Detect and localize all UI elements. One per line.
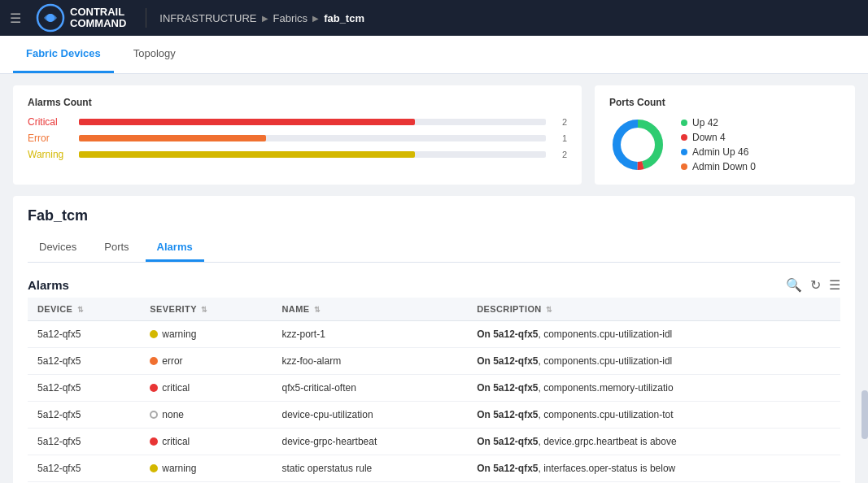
severity-dot-icon bbox=[150, 330, 158, 338]
summary-row: Alarms Count Critical 2 Error 1 Warning bbox=[13, 85, 855, 185]
cell-severity: none bbox=[140, 402, 272, 429]
alarm-warning-row: Warning 2 bbox=[28, 149, 567, 160]
breadcrumb-arrow-2: ▶ bbox=[312, 14, 319, 23]
severity-dot-icon bbox=[150, 411, 158, 419]
search-icon[interactable]: 🔍 bbox=[786, 277, 802, 293]
cell-name: kzz-port-1 bbox=[273, 321, 468, 348]
alarm-error-row: Error 1 bbox=[28, 133, 567, 144]
alarm-error-count: 1 bbox=[557, 133, 567, 143]
ports-donut-chart bbox=[609, 116, 666, 173]
cell-device: 5a12-qfx5 bbox=[28, 455, 140, 482]
tab-topology[interactable]: Topology bbox=[120, 36, 189, 73]
cell-description: On 5a12-qfx5, components.memory-utilizat… bbox=[467, 375, 840, 402]
ports-count-card: Ports Count bbox=[595, 85, 855, 185]
alarm-critical-label: Critical bbox=[28, 116, 72, 128]
alarm-error-bar bbox=[79, 135, 266, 141]
severity-dot-icon bbox=[150, 357, 158, 365]
legend-admin-down-label: Admin Down 0 bbox=[692, 161, 756, 172]
alarm-error-label: Error bbox=[28, 133, 72, 144]
severity-label: error bbox=[162, 355, 182, 367]
cell-severity: error bbox=[140, 348, 272, 375]
refresh-icon[interactable]: ↻ bbox=[810, 277, 821, 293]
table-body: 5a12-qfx5warningkzz-port-1On 5a12-qfx5, … bbox=[28, 321, 840, 482]
section-tab-alarms[interactable]: Alarms bbox=[146, 234, 204, 262]
main-content: Alarms Count Critical 2 Error 1 Warning bbox=[0, 74, 868, 483]
cell-severity: critical bbox=[140, 375, 272, 402]
alarm-critical-count: 2 bbox=[557, 117, 567, 127]
alarm-warning-count: 2 bbox=[557, 150, 567, 159]
ports-legend: Up 42 Down 4 Admin Up 46 Admin Down 0 bbox=[681, 117, 756, 172]
table-row: 5a12-qfx5warningkzz-port-1On 5a12-qfx5, … bbox=[28, 321, 840, 348]
legend-admin-up: Admin Up 46 bbox=[681, 146, 756, 158]
breadcrumb: INFRASTRUCTURE ▶ Fabrics ▶ fab_tcm bbox=[159, 12, 364, 24]
breadcrumb-fabrics[interactable]: Fabrics bbox=[273, 12, 308, 24]
col-description[interactable]: DESCRIPTION ⇅ bbox=[467, 298, 840, 321]
alarms-count-card: Alarms Count Critical 2 Error 1 Warning bbox=[13, 85, 582, 185]
table-row: 5a12-qfx5warningstatic operstatus ruleOn… bbox=[28, 455, 840, 482]
cell-device: 5a12-qfx5 bbox=[28, 321, 140, 348]
cell-severity: warning bbox=[140, 455, 272, 482]
cell-description: On 5a12-qfx5, device.grpc.heartbeat is a… bbox=[467, 429, 840, 455]
cell-device: 5a12-qfx5 bbox=[28, 402, 140, 429]
severity-dot-icon bbox=[150, 384, 158, 392]
legend-up-dot bbox=[681, 120, 687, 126]
alarms-section-title: Alarms bbox=[28, 278, 69, 292]
nav-divider bbox=[146, 8, 146, 28]
alarm-warning-bar-container bbox=[79, 151, 546, 158]
alarms-count-title: Alarms Count bbox=[28, 97, 567, 108]
cell-name: device-grpc-heartbeat bbox=[273, 429, 468, 455]
table-header: DEVICE ⇅ SEVERITY ⇅ NAME ⇅ DESCRIPTION ⇅ bbox=[28, 298, 840, 321]
logo-text-line2: COMMAND bbox=[70, 18, 126, 29]
alarm-warning-bar bbox=[79, 151, 415, 158]
fabric-title: Fab_tcm bbox=[28, 207, 840, 224]
cell-name: device-cpu-utilization bbox=[273, 402, 468, 429]
table-row: 5a12-qfx5errorkzz-foo-alarmOn 5a12-qfx5,… bbox=[28, 348, 840, 375]
cell-device: 5a12-qfx5 bbox=[28, 375, 140, 402]
settings-icon[interactable]: ☰ bbox=[829, 277, 840, 293]
fabric-section: Fab_tcm Devices Ports Alarms Alarms 🔍 ↻ … bbox=[13, 196, 855, 483]
scrollbar[interactable] bbox=[861, 390, 868, 439]
severity-label: critical bbox=[162, 382, 190, 394]
legend-admin-up-dot bbox=[681, 149, 687, 155]
cell-description: On 5a12-qfx5, components.cpu-utilization… bbox=[467, 321, 840, 348]
legend-admin-down-dot bbox=[681, 163, 687, 170]
section-tab-ports[interactable]: Ports bbox=[93, 234, 140, 262]
hamburger-icon[interactable]: ☰ bbox=[10, 11, 21, 26]
cell-name: static operstatus rule bbox=[273, 455, 468, 482]
col-device[interactable]: DEVICE ⇅ bbox=[28, 298, 140, 321]
legend-up: Up 42 bbox=[681, 117, 756, 128]
tab-fabric-devices[interactable]: Fabric Devices bbox=[13, 36, 114, 73]
breadcrumb-arrow-1: ▶ bbox=[262, 14, 268, 23]
alarm-critical-row: Critical 2 bbox=[28, 116, 567, 128]
alarms-section: Alarms 🔍 ↻ ☰ DEVICE ⇅ SEVERITY ⇅ NAME ⇅ … bbox=[28, 263, 840, 482]
alarm-warning-label: Warning bbox=[28, 149, 72, 160]
cell-device: 5a12-qfx5 bbox=[28, 429, 140, 455]
table-row: 5a12-qfx5nonedevice-cpu-utilizationOn 5a… bbox=[28, 402, 840, 429]
legend-admin-up-label: Admin Up 46 bbox=[692, 146, 748, 158]
alarms-table: DEVICE ⇅ SEVERITY ⇅ NAME ⇅ DESCRIPTION ⇅… bbox=[28, 298, 840, 482]
ports-count-title: Ports Count bbox=[609, 97, 840, 108]
alarms-actions: 🔍 ↻ ☰ bbox=[786, 277, 840, 293]
table-row: 5a12-qfx5criticalqfx5-critical-oftenOn 5… bbox=[28, 375, 840, 402]
cell-description: On 5a12-qfx5, components.cpu-utilization… bbox=[467, 348, 840, 375]
cell-severity: warning bbox=[140, 321, 272, 348]
contrail-logo-icon bbox=[36, 3, 65, 33]
col-severity[interactable]: SEVERITY ⇅ bbox=[140, 298, 272, 321]
section-tab-devices[interactable]: Devices bbox=[28, 234, 88, 262]
breadcrumb-infrastructure[interactable]: INFRASTRUCTURE bbox=[159, 12, 256, 24]
alarm-critical-bar bbox=[79, 119, 415, 125]
legend-up-label: Up 42 bbox=[692, 117, 718, 128]
ports-inner: Up 42 Down 4 Admin Up 46 Admin Down 0 bbox=[609, 116, 840, 173]
severity-label: critical bbox=[162, 436, 190, 447]
legend-down: Down 4 bbox=[681, 132, 756, 143]
legend-admin-down: Admin Down 0 bbox=[681, 161, 756, 172]
legend-down-label: Down 4 bbox=[692, 132, 726, 143]
severity-dot-icon bbox=[150, 437, 158, 446]
logo-text-line1: CONTRAIL bbox=[70, 7, 126, 18]
breadcrumb-fab-tcm: fab_tcm bbox=[324, 12, 364, 24]
svg-point-1 bbox=[46, 14, 55, 22]
alarm-error-bar-container bbox=[79, 135, 546, 141]
col-name[interactable]: NAME ⇅ bbox=[273, 298, 468, 321]
cell-description: On 5a12-qfx5, interfaces.oper-status is … bbox=[467, 455, 840, 482]
top-navigation: ☰ CONTRAIL COMMAND INFRASTRUCTURE ▶ Fabr… bbox=[0, 0, 868, 36]
